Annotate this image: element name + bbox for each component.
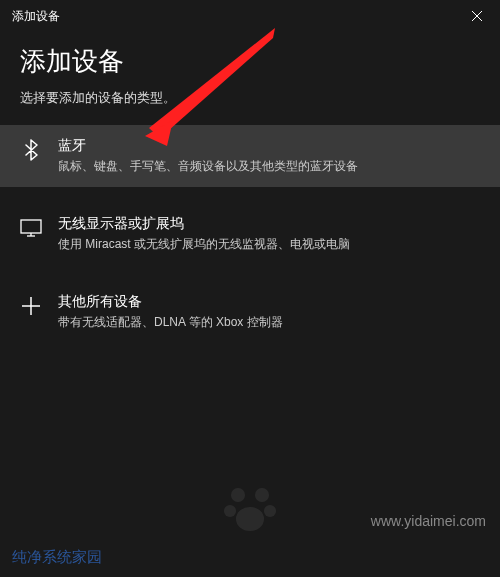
svg-point-9 xyxy=(231,488,245,502)
bluetooth-icon xyxy=(20,139,42,161)
option-desc: 带有无线适配器、DLNA 等的 Xbox 控制器 xyxy=(58,314,480,331)
option-wireless-display[interactable]: 无线显示器或扩展坞 使用 Miracast 或无线扩展坞的无线监视器、电视或电脑 xyxy=(0,203,500,265)
option-text: 无线显示器或扩展坞 使用 Miracast 或无线扩展坞的无线监视器、电视或电脑 xyxy=(58,215,480,253)
page-subtitle: 选择要添加的设备的类型。 xyxy=(20,89,480,107)
svg-rect-2 xyxy=(21,220,41,233)
monitor-icon xyxy=(20,217,42,239)
close-icon xyxy=(472,11,482,21)
plus-icon xyxy=(20,295,42,317)
option-title: 无线显示器或扩展坞 xyxy=(58,215,480,233)
watermark-url: www.yidaimei.com xyxy=(371,513,486,529)
titlebar: 添加设备 xyxy=(0,0,500,32)
close-button[interactable] xyxy=(454,0,500,32)
content-area: 添加设备 选择要添加的设备的类型。 蓝牙 鼠标、键盘、手写笔、音频设备以及其他类… xyxy=(0,32,500,354)
svg-point-13 xyxy=(236,507,264,531)
svg-point-10 xyxy=(255,488,269,502)
option-desc: 鼠标、键盘、手写笔、音频设备以及其他类型的蓝牙设备 xyxy=(58,158,480,175)
svg-point-11 xyxy=(224,505,236,517)
watermark-paw-icon xyxy=(220,477,280,537)
option-title: 蓝牙 xyxy=(58,137,480,155)
option-desc: 使用 Miracast 或无线扩展坞的无线监视器、电视或电脑 xyxy=(58,236,480,253)
option-title: 其他所有设备 xyxy=(58,293,480,311)
option-text: 蓝牙 鼠标、键盘、手写笔、音频设备以及其他类型的蓝牙设备 xyxy=(58,137,480,175)
window-title: 添加设备 xyxy=(12,8,60,25)
svg-point-12 xyxy=(264,505,276,517)
option-text: 其他所有设备 带有无线适配器、DLNA 等的 Xbox 控制器 xyxy=(58,293,480,331)
option-bluetooth[interactable]: 蓝牙 鼠标、键盘、手写笔、音频设备以及其他类型的蓝牙设备 xyxy=(0,125,500,187)
page-title: 添加设备 xyxy=(20,44,480,79)
option-everything-else[interactable]: 其他所有设备 带有无线适配器、DLNA 等的 Xbox 控制器 xyxy=(0,281,500,343)
watermark-brand: 纯净系统家园 xyxy=(12,548,102,567)
